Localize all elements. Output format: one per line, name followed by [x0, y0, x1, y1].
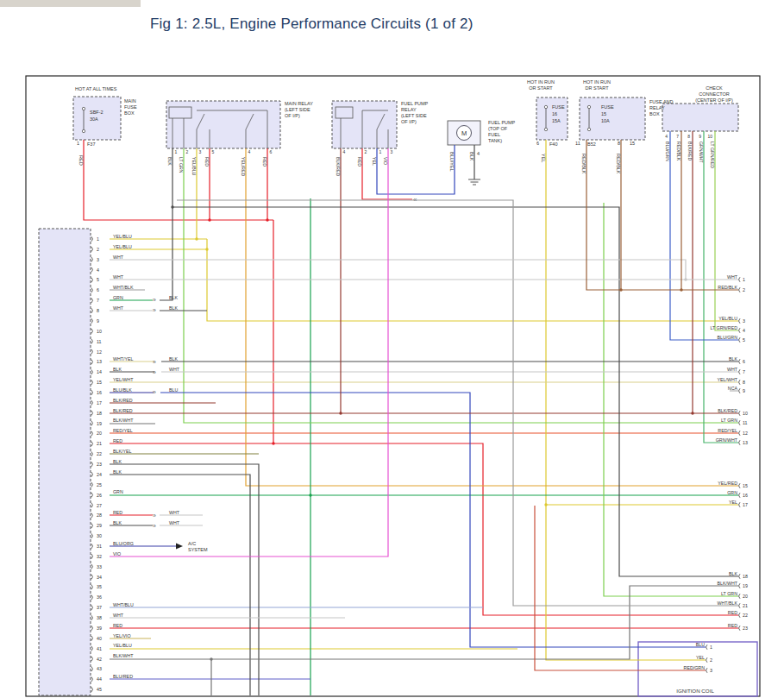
- wire-color-label: RED/BLK: [718, 285, 737, 290]
- pin-bracket: [91, 318, 93, 324]
- pin-number: 8: [97, 308, 99, 313]
- wire-color-label: RED/YEL: [113, 428, 133, 433]
- pin-bracket: [706, 668, 708, 673]
- pin-number: 25: [97, 482, 102, 487]
- diagram-label: TANK): [488, 138, 502, 143]
- wire-color-label: WHT/BLK: [113, 285, 134, 290]
- wire: [715, 131, 738, 330]
- pin-bracket: [91, 411, 93, 416]
- junction-dot: [171, 205, 173, 208]
- pin-number: 3: [743, 318, 745, 324]
- wire-color-label: RED/BLK: [676, 141, 681, 161]
- pin-number: 5: [212, 149, 215, 154]
- wire-color-label: YEL/RED: [718, 481, 737, 486]
- wire-color-label: BLK: [113, 469, 122, 475]
- wire-color-label: RED: [113, 623, 122, 628]
- pin-bracket: [91, 380, 93, 385]
- wire-color-label: BLK: [169, 356, 178, 362]
- pin-number: 8: [687, 134, 690, 139]
- pin-bracket: [739, 388, 741, 393]
- pin-bracket: [91, 595, 93, 601]
- check-connector-box: [662, 104, 738, 131]
- wire-color-label: YEL/BLU: [113, 234, 132, 239]
- pin-bracket: [91, 605, 93, 610]
- pin-bracket: [739, 583, 741, 588]
- diagram-border: [26, 76, 760, 696]
- wire-color-label: BLU/GRN: [665, 141, 670, 161]
- pin-number: 10: [707, 134, 712, 139]
- junction-dot: [339, 412, 342, 414]
- fuel-pump-relay-box: [332, 101, 397, 148]
- diagram-label: 1: [77, 141, 79, 146]
- wire-color-label: WHT: [169, 510, 180, 515]
- wire-color-label: WHT/YEL: [113, 356, 134, 362]
- pin-bracket: [91, 390, 93, 395]
- pin-number: 4: [97, 267, 99, 273]
- wire: [604, 203, 738, 596]
- wire-color-label: VIO: [383, 157, 388, 165]
- pin-number: 4: [343, 149, 346, 154]
- pin-number: 41: [97, 646, 102, 651]
- pin-number: 34: [97, 575, 102, 580]
- pin-bracket: [91, 247, 93, 252]
- pin-bracket: [91, 278, 93, 283]
- pin-bracket: [91, 267, 93, 273]
- diagram-label: RED: [78, 155, 84, 166]
- pin-bracket: [91, 442, 93, 447]
- pin-number: 2: [186, 149, 189, 154]
- wire-color-label: BLK/WHT: [113, 653, 134, 658]
- pin-bracket: [739, 502, 741, 507]
- diagram-label: A/C: [188, 541, 196, 546]
- pin-bracket: [739, 287, 741, 292]
- fuse-icon: [544, 128, 547, 130]
- wire-color-label: BLU: [169, 387, 178, 393]
- diagram-label: IGNITION COIL: [676, 688, 714, 694]
- fuse-icon: [544, 105, 547, 108]
- fuse-icon: [587, 128, 590, 130]
- wire-color-label: RED: [728, 623, 737, 628]
- pin-bracket: [91, 298, 93, 303]
- pin-number: 19: [743, 583, 748, 588]
- pin-number: 1: [710, 645, 712, 650]
- pin-number: 18: [97, 411, 102, 416]
- junction-dot: [210, 657, 212, 660]
- wire: [362, 148, 412, 199]
- pin-number: 4: [248, 149, 251, 154]
- pin-number: 13: [743, 440, 748, 445]
- wire-color-label: WHT: [169, 367, 180, 372]
- splice-arrow-icon: »: [153, 523, 156, 529]
- pin-bracket: [91, 482, 93, 487]
- pin-number: 1: [743, 277, 745, 282]
- wire-color-label: BLK: [113, 459, 122, 464]
- splice-arrow-icon: »: [153, 297, 156, 303]
- pin-bracket: [739, 337, 741, 343]
- wire-color-label: BLK/RED: [336, 157, 341, 176]
- pin-number: 15: [743, 483, 748, 488]
- diagram-label: 11: [575, 141, 580, 146]
- pin-bracket: [91, 329, 93, 334]
- wire-color-label: RED: [113, 510, 122, 515]
- splice-arrow-icon: »: [153, 389, 156, 395]
- wire-color-label: BLK/WHT: [113, 418, 134, 423]
- wire-color-label: YEL: [696, 655, 705, 660]
- junction-dot: [691, 412, 693, 414]
- wire-color-label: YEL: [729, 500, 737, 505]
- pin-number: 26: [97, 493, 102, 498]
- pin-number: 43: [97, 666, 102, 671]
- wire-color-label: GRN/WHT: [699, 141, 704, 164]
- diagram-label: BLK: [469, 152, 474, 161]
- wire-color-label: WHT: [727, 274, 738, 280]
- pin-bracket: [91, 626, 93, 631]
- wire: [172, 207, 738, 576]
- pin-number: 23: [97, 462, 102, 467]
- pin-bracket: [739, 411, 741, 416]
- wire-color-label: NCA: [728, 386, 738, 391]
- diagram-label: OF I/P): [401, 119, 417, 124]
- wire: [535, 506, 706, 670]
- pin-number: 33: [97, 564, 102, 569]
- diagram-label: CHECK: [706, 85, 723, 91]
- wire: [110, 586, 738, 659]
- junction-dot: [619, 288, 622, 291]
- diagram-label: CONNECTOR: [699, 91, 729, 97]
- pin-bracket: [739, 594, 741, 599]
